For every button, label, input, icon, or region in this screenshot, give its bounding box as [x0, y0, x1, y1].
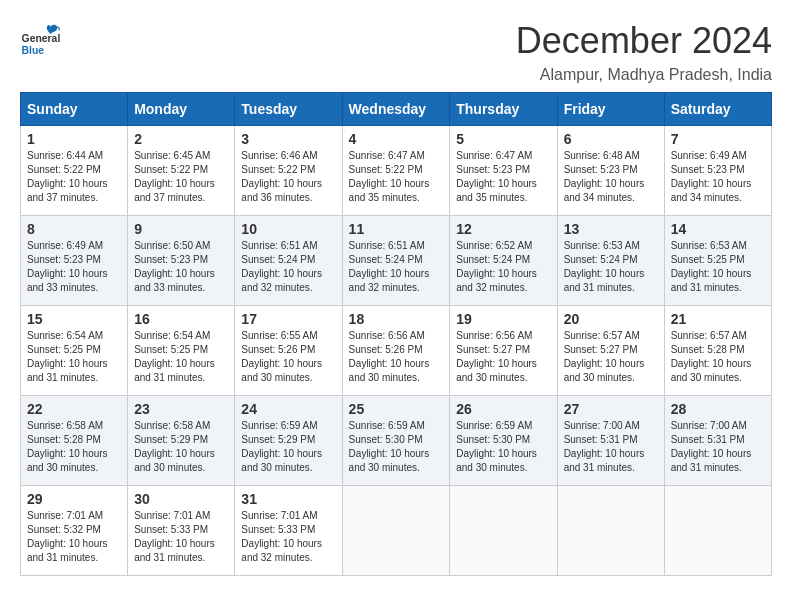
calendar-cell: 7Sunrise: 6:49 AM Sunset: 5:23 PM Daylig… — [664, 126, 771, 216]
day-info: Sunrise: 6:58 AM Sunset: 5:28 PM Dayligh… — [27, 419, 121, 475]
day-info: Sunrise: 6:47 AM Sunset: 5:22 PM Dayligh… — [349, 149, 444, 205]
day-number: 29 — [27, 491, 121, 507]
calendar-cell: 12Sunrise: 6:52 AM Sunset: 5:24 PM Dayli… — [450, 216, 557, 306]
day-info: Sunrise: 6:59 AM Sunset: 5:30 PM Dayligh… — [456, 419, 550, 475]
calendar-cell: 19Sunrise: 6:56 AM Sunset: 5:27 PM Dayli… — [450, 306, 557, 396]
day-number: 14 — [671, 221, 765, 237]
calendar-cell: 4Sunrise: 6:47 AM Sunset: 5:22 PM Daylig… — [342, 126, 450, 216]
calendar-cell: 18Sunrise: 6:56 AM Sunset: 5:26 PM Dayli… — [342, 306, 450, 396]
day-info: Sunrise: 7:00 AM Sunset: 5:31 PM Dayligh… — [671, 419, 765, 475]
calendar-cell: 30Sunrise: 7:01 AM Sunset: 5:33 PM Dayli… — [128, 486, 235, 576]
day-info: Sunrise: 6:57 AM Sunset: 5:28 PM Dayligh… — [671, 329, 765, 385]
day-number: 3 — [241, 131, 335, 147]
calendar-cell: 9Sunrise: 6:50 AM Sunset: 5:23 PM Daylig… — [128, 216, 235, 306]
day-number: 2 — [134, 131, 228, 147]
svg-text:General: General — [22, 33, 60, 44]
day-number: 8 — [27, 221, 121, 237]
day-info: Sunrise: 6:49 AM Sunset: 5:23 PM Dayligh… — [671, 149, 765, 205]
calendar-cell: 24Sunrise: 6:59 AM Sunset: 5:29 PM Dayli… — [235, 396, 342, 486]
day-info: Sunrise: 6:55 AM Sunset: 5:26 PM Dayligh… — [241, 329, 335, 385]
calendar-cell: 21Sunrise: 6:57 AM Sunset: 5:28 PM Dayli… — [664, 306, 771, 396]
calendar-header-row: SundayMondayTuesdayWednesdayThursdayFrid… — [21, 93, 772, 126]
calendar-cell: 17Sunrise: 6:55 AM Sunset: 5:26 PM Dayli… — [235, 306, 342, 396]
calendar-cell: 29Sunrise: 7:01 AM Sunset: 5:32 PM Dayli… — [21, 486, 128, 576]
day-info: Sunrise: 7:01 AM Sunset: 5:32 PM Dayligh… — [27, 509, 121, 565]
calendar-week-3: 15Sunrise: 6:54 AM Sunset: 5:25 PM Dayli… — [21, 306, 772, 396]
day-info: Sunrise: 6:56 AM Sunset: 5:27 PM Dayligh… — [456, 329, 550, 385]
day-info: Sunrise: 6:54 AM Sunset: 5:25 PM Dayligh… — [27, 329, 121, 385]
day-number: 23 — [134, 401, 228, 417]
calendar-cell: 25Sunrise: 6:59 AM Sunset: 5:30 PM Dayli… — [342, 396, 450, 486]
location-subtitle: Alampur, Madhya Pradesh, India — [516, 66, 772, 84]
day-number: 4 — [349, 131, 444, 147]
day-number: 5 — [456, 131, 550, 147]
calendar-week-2: 8Sunrise: 6:49 AM Sunset: 5:23 PM Daylig… — [21, 216, 772, 306]
day-number: 6 — [564, 131, 658, 147]
day-info: Sunrise: 6:46 AM Sunset: 5:22 PM Dayligh… — [241, 149, 335, 205]
day-info: Sunrise: 6:59 AM Sunset: 5:29 PM Dayligh… — [241, 419, 335, 475]
day-info: Sunrise: 6:49 AM Sunset: 5:23 PM Dayligh… — [27, 239, 121, 295]
calendar-cell: 22Sunrise: 6:58 AM Sunset: 5:28 PM Dayli… — [21, 396, 128, 486]
calendar-cell: 15Sunrise: 6:54 AM Sunset: 5:25 PM Dayli… — [21, 306, 128, 396]
calendar-header-friday: Friday — [557, 93, 664, 126]
svg-text:Blue: Blue — [22, 45, 45, 56]
day-info: Sunrise: 7:01 AM Sunset: 5:33 PM Dayligh… — [134, 509, 228, 565]
calendar-cell: 14Sunrise: 6:53 AM Sunset: 5:25 PM Dayli… — [664, 216, 771, 306]
logo: General Blue — [20, 20, 60, 60]
day-number: 17 — [241, 311, 335, 327]
calendar-header-wednesday: Wednesday — [342, 93, 450, 126]
day-number: 28 — [671, 401, 765, 417]
calendar-cell: 28Sunrise: 7:00 AM Sunset: 5:31 PM Dayli… — [664, 396, 771, 486]
calendar-cell: 16Sunrise: 6:54 AM Sunset: 5:25 PM Dayli… — [128, 306, 235, 396]
calendar-cell: 6Sunrise: 6:48 AM Sunset: 5:23 PM Daylig… — [557, 126, 664, 216]
day-info: Sunrise: 6:54 AM Sunset: 5:25 PM Dayligh… — [134, 329, 228, 385]
day-number: 31 — [241, 491, 335, 507]
day-number: 24 — [241, 401, 335, 417]
day-number: 9 — [134, 221, 228, 237]
day-number: 10 — [241, 221, 335, 237]
day-info: Sunrise: 6:58 AM Sunset: 5:29 PM Dayligh… — [134, 419, 228, 475]
day-info: Sunrise: 6:53 AM Sunset: 5:25 PM Dayligh… — [671, 239, 765, 295]
calendar-cell — [450, 486, 557, 576]
day-info: Sunrise: 6:47 AM Sunset: 5:23 PM Dayligh… — [456, 149, 550, 205]
calendar-cell: 20Sunrise: 6:57 AM Sunset: 5:27 PM Dayli… — [557, 306, 664, 396]
calendar-cell: 10Sunrise: 6:51 AM Sunset: 5:24 PM Dayli… — [235, 216, 342, 306]
calendar-cell: 1Sunrise: 6:44 AM Sunset: 5:22 PM Daylig… — [21, 126, 128, 216]
day-number: 25 — [349, 401, 444, 417]
day-number: 22 — [27, 401, 121, 417]
logo-icon: General Blue — [20, 20, 60, 60]
calendar-cell — [664, 486, 771, 576]
calendar-cell: 2Sunrise: 6:45 AM Sunset: 5:22 PM Daylig… — [128, 126, 235, 216]
calendar-header-monday: Monday — [128, 93, 235, 126]
day-number: 21 — [671, 311, 765, 327]
day-number: 1 — [27, 131, 121, 147]
title-section: December 2024 Alampur, Madhya Pradesh, I… — [516, 20, 772, 84]
day-info: Sunrise: 6:57 AM Sunset: 5:27 PM Dayligh… — [564, 329, 658, 385]
day-number: 7 — [671, 131, 765, 147]
month-title: December 2024 — [516, 20, 772, 62]
day-number: 18 — [349, 311, 444, 327]
calendar-header-sunday: Sunday — [21, 93, 128, 126]
page-header: General Blue December 2024 Alampur, Madh… — [20, 20, 772, 84]
day-info: Sunrise: 6:44 AM Sunset: 5:22 PM Dayligh… — [27, 149, 121, 205]
day-number: 11 — [349, 221, 444, 237]
day-number: 13 — [564, 221, 658, 237]
day-info: Sunrise: 6:53 AM Sunset: 5:24 PM Dayligh… — [564, 239, 658, 295]
day-info: Sunrise: 7:00 AM Sunset: 5:31 PM Dayligh… — [564, 419, 658, 475]
calendar-header-thursday: Thursday — [450, 93, 557, 126]
calendar-cell: 8Sunrise: 6:49 AM Sunset: 5:23 PM Daylig… — [21, 216, 128, 306]
calendar-header-saturday: Saturday — [664, 93, 771, 126]
calendar-cell: 11Sunrise: 6:51 AM Sunset: 5:24 PM Dayli… — [342, 216, 450, 306]
calendar-week-1: 1Sunrise: 6:44 AM Sunset: 5:22 PM Daylig… — [21, 126, 772, 216]
calendar-cell: 26Sunrise: 6:59 AM Sunset: 5:30 PM Dayli… — [450, 396, 557, 486]
calendar-cell — [342, 486, 450, 576]
day-info: Sunrise: 6:45 AM Sunset: 5:22 PM Dayligh… — [134, 149, 228, 205]
day-number: 26 — [456, 401, 550, 417]
calendar-cell: 27Sunrise: 7:00 AM Sunset: 5:31 PM Dayli… — [557, 396, 664, 486]
day-number: 12 — [456, 221, 550, 237]
calendar-week-5: 29Sunrise: 7:01 AM Sunset: 5:32 PM Dayli… — [21, 486, 772, 576]
day-number: 16 — [134, 311, 228, 327]
day-info: Sunrise: 6:50 AM Sunset: 5:23 PM Dayligh… — [134, 239, 228, 295]
calendar-cell: 5Sunrise: 6:47 AM Sunset: 5:23 PM Daylig… — [450, 126, 557, 216]
calendar-cell: 3Sunrise: 6:46 AM Sunset: 5:22 PM Daylig… — [235, 126, 342, 216]
